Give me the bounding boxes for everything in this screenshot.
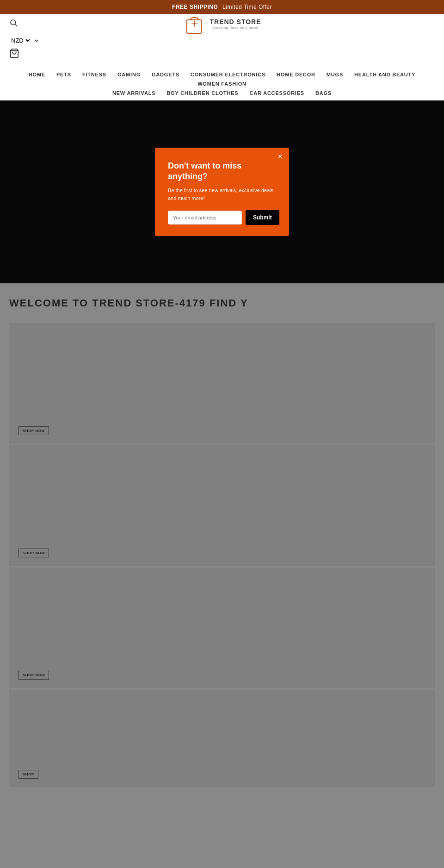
product-section-3: SHOP NOW [9, 568, 435, 688]
modal-overlay: × Don't want to miss anything? Be the fi… [0, 100, 444, 283]
product-section-2: SHOP NOW [9, 445, 435, 566]
nav-row-1: HOME PETS FITNESS GAMING GADGETS CONSUME… [0, 70, 444, 88]
nav-consumer-electronics[interactable]: CONSUMER ELECTRONICS [185, 70, 271, 79]
product-section-1: SHOP NOW [9, 323, 435, 443]
nav-pets[interactable]: PETS [51, 70, 77, 79]
modal-description: Be the first to see new arrivals, exclus… [168, 187, 276, 202]
logo-name: TREND STORE [210, 18, 261, 25]
nav-car-accessories[interactable]: CAR ACCESSORIES [244, 88, 310, 98]
top-bar: TREND STORE Amazing finds only here! [0, 14, 444, 34]
product-section-4: SHOP [9, 690, 435, 787]
submit-button[interactable]: Submit [246, 210, 279, 225]
shop-now-button-1[interactable]: SHOP NOW [18, 426, 49, 435]
nav-women-fashion[interactable]: WOMEN FASHION [192, 79, 252, 88]
nav-gadgets[interactable]: GADGETS [146, 70, 185, 79]
search-icon[interactable] [9, 19, 18, 29]
offer-label: Limited Time Offer [222, 4, 272, 10]
welcome-title: WELCOME TO TREND STORE-4179 FIND Y [9, 297, 435, 309]
section-4-image [9, 699, 435, 782]
svg-line-1 [15, 24, 17, 26]
hero-section: × Don't want to miss anything? Be the fi… [0, 100, 444, 283]
modal-title: Don't want to miss anything? [168, 161, 276, 182]
free-shipping-label: FREE SHIPPING [172, 4, 218, 10]
logo[interactable]: TREND STORE Amazing finds only here! [183, 11, 261, 37]
shop-now-button-3[interactable]: SHOP NOW [18, 671, 49, 680]
logo-tagline: Amazing finds only here! [210, 25, 261, 30]
nav-home-decor[interactable]: HOME DECOR [271, 70, 321, 79]
section-2-image [9, 455, 435, 561]
nav-gaming[interactable]: GAMING [112, 70, 146, 79]
modal-form: Submit [168, 210, 276, 225]
modal-close-button[interactable]: × [278, 152, 283, 161]
chevron-down-icon [34, 38, 39, 43]
nav-row-2: NEW ARRIVALS BOY CHILDREN CLOTHES CAR AC… [0, 88, 444, 98]
shop-now-button-2[interactable]: SHOP NOW [18, 549, 49, 557]
cart-area[interactable] [0, 47, 444, 65]
content-section: WELCOME TO TREND STORE-4179 FIND Y SHOP … [0, 283, 444, 796]
email-modal: × Don't want to miss anything? Be the fi… [155, 148, 289, 237]
nav-home[interactable]: HOME [23, 70, 51, 79]
currency-select[interactable]: NZD USD AUD GBP EUR [9, 37, 31, 44]
email-input[interactable] [168, 211, 242, 225]
nav-new-arrivals[interactable]: NEW ARRIVALS [107, 88, 161, 98]
section-3-image [9, 577, 435, 683]
nav-bags[interactable]: BAGS [310, 88, 337, 98]
nav-fitness[interactable]: FITNESS [77, 70, 112, 79]
shop-now-button-4[interactable]: SHOP [18, 770, 38, 779]
cart-icon[interactable] [9, 48, 19, 58]
section-1-image [9, 332, 435, 439]
nav-mugs[interactable]: MUGS [321, 70, 349, 79]
main-nav: HOME PETS FITNESS GAMING GADGETS CONSUME… [0, 65, 444, 100]
nav-boy-children-clothes[interactable]: BOY CHILDREN CLOTHES [161, 88, 244, 98]
svg-rect-2 [187, 20, 202, 33]
nav-health-and-beauty[interactable]: HEALTH AND BEAUTY [349, 70, 421, 79]
